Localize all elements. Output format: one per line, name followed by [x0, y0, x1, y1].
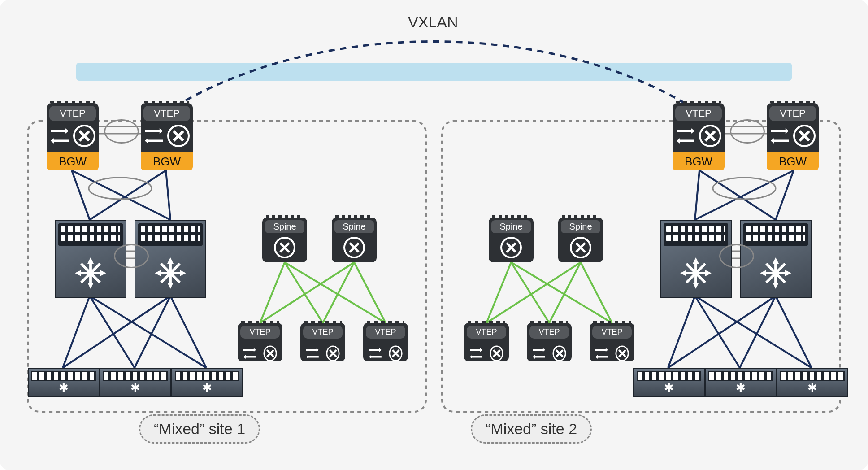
- route-icon: [263, 346, 277, 361]
- svg-line-4: [90, 170, 166, 220]
- route-icon: [793, 125, 816, 147]
- vtep-chip: VTEP: [143, 106, 190, 121]
- vtep-chip: VTEP: [467, 326, 506, 339]
- site2-spine-1: Spine: [489, 218, 534, 262]
- route-icon: [274, 237, 295, 258]
- svg-line-31: [695, 170, 794, 220]
- svg-marker-57: [180, 270, 186, 276]
- svg-line-38: [695, 296, 812, 368]
- svg-line-9: [63, 296, 90, 368]
- svg-point-33: [713, 178, 776, 199]
- spine-chip: Spine: [265, 220, 304, 233]
- vxlan-band: [76, 63, 792, 81]
- vtep-chip: VTEP: [769, 106, 816, 121]
- vtep-chip: VTEP: [592, 326, 632, 339]
- route-icon: [343, 237, 365, 258]
- route-icon: [73, 125, 95, 147]
- svg-marker-65: [705, 270, 712, 276]
- site2-spine-2: Spine: [558, 218, 603, 262]
- svg-line-12: [63, 296, 170, 368]
- svg-line-25: [549, 262, 581, 323]
- site2-leaf-1: VTEP: [464, 323, 509, 361]
- site1-leaf-1: VTEP: [238, 323, 282, 361]
- svg-line-17: [285, 262, 386, 323]
- svg-marker-70: [773, 257, 779, 264]
- svg-line-22: [511, 262, 549, 323]
- svg-line-39: [668, 296, 776, 368]
- arrows-icon: [243, 348, 255, 360]
- svg-line-14: [170, 296, 206, 368]
- route-icon: [326, 346, 339, 361]
- svg-marker-72: [760, 270, 766, 276]
- route-icon: [389, 346, 402, 361]
- connections-layer: [0, 0, 868, 470]
- vtep-chip: VTEP: [366, 326, 405, 339]
- vtep-chip: VTEP: [303, 326, 343, 339]
- site1-leaf-2: VTEP: [300, 323, 345, 361]
- vtep-chip: VTEP: [529, 326, 569, 339]
- site2-bgw-peer-ring: [730, 119, 765, 144]
- svg-marker-73: [785, 270, 791, 276]
- site2-access-3: ✱: [777, 368, 848, 397]
- svg-line-32: [776, 170, 794, 220]
- svg-line-21: [486, 262, 511, 323]
- route-icon: [570, 237, 591, 258]
- arrows-icon: [595, 348, 607, 360]
- site1-access-2: ✱: [100, 368, 171, 397]
- svg-line-5: [166, 170, 170, 220]
- arrows-icon: [469, 348, 481, 360]
- site2-access-2: ✱: [705, 368, 777, 397]
- vxlan-arc: [166, 42, 699, 113]
- svg-line-37: [695, 296, 740, 368]
- route-icon: [615, 346, 629, 361]
- svg-marker-71: [773, 283, 779, 289]
- spine-chip: Spine: [334, 220, 374, 233]
- svg-line-40: [740, 296, 776, 368]
- svg-line-16: [285, 262, 323, 323]
- site1-access-3: ✱: [171, 368, 243, 397]
- svg-marker-55: [167, 283, 174, 289]
- svg-line-13: [135, 296, 170, 368]
- site2-bgw-1-tag: BGW: [673, 152, 725, 170]
- svg-marker-62: [693, 257, 699, 264]
- route-icon: [167, 125, 190, 147]
- site1-bgw-peer-ring: [104, 119, 139, 144]
- svg-marker-46: [87, 257, 94, 264]
- svg-line-41: [776, 296, 812, 368]
- site2-leaf-3: VTEP: [590, 323, 634, 361]
- svg-marker-49: [100, 270, 106, 276]
- svg-line-20: [354, 262, 386, 323]
- vtep-chip: VTEP: [240, 326, 280, 339]
- site2-access-1: ✱: [633, 368, 705, 397]
- svg-point-6: [89, 178, 152, 199]
- site1-chassis-peer-ring: [114, 244, 149, 268]
- route-icon: [699, 125, 721, 147]
- site2-chassis-peer-ring: [719, 244, 754, 268]
- route-icon: [552, 346, 566, 361]
- svg-line-24: [486, 262, 581, 323]
- svg-marker-47: [87, 283, 94, 289]
- site2-bgw-2-tag: BGW: [767, 152, 819, 170]
- svg-line-19: [323, 262, 354, 323]
- site1-access-1: ✱: [28, 368, 100, 397]
- arrows-icon: [50, 127, 69, 144]
- route-icon: [490, 346, 503, 361]
- svg-line-2: [72, 170, 90, 220]
- diagram-canvas: VXLAN VTEP BGW VTEP BGW ✱ ✱ ✱ Spine Spin…: [0, 0, 868, 470]
- svg-marker-48: [75, 270, 81, 276]
- site2-tag: “Mixed” site 2: [471, 414, 592, 444]
- svg-line-11: [90, 296, 206, 368]
- svg-marker-54: [167, 257, 174, 264]
- svg-marker-64: [680, 270, 686, 276]
- svg-line-10: [90, 296, 135, 368]
- site1-leaf-3: VTEP: [363, 323, 408, 361]
- svg-line-18: [260, 262, 354, 323]
- site2-leaf-2: VTEP: [527, 323, 572, 361]
- svg-line-30: [699, 170, 776, 220]
- svg-marker-56: [155, 270, 161, 276]
- arrows-icon: [144, 127, 164, 144]
- svg-line-15: [260, 262, 285, 323]
- arrows-icon: [676, 127, 695, 144]
- site1-tag: “Mixed” site 1: [139, 414, 260, 444]
- svg-line-36: [668, 296, 695, 368]
